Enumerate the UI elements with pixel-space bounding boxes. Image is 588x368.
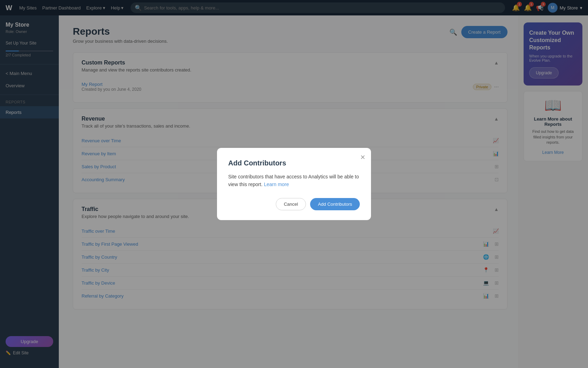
modal-actions: Cancel Add Contributors bbox=[228, 198, 360, 210]
modal-close-button[interactable]: ✕ bbox=[360, 154, 365, 161]
modal-body: Site contributors that have access to An… bbox=[228, 173, 360, 189]
modal-learn-more-link[interactable]: Learn more bbox=[264, 182, 289, 187]
modal-confirm-button[interactable]: Add Contributors bbox=[310, 198, 360, 210]
modal-body-text: Site contributors that have access to An… bbox=[228, 174, 359, 187]
modal-cancel-button[interactable]: Cancel bbox=[276, 198, 306, 210]
modal-overlay: ✕ Add Contributors Site contributors tha… bbox=[0, 0, 588, 368]
modal-title: Add Contributors bbox=[228, 159, 360, 167]
add-contributors-modal: ✕ Add Contributors Site contributors tha… bbox=[217, 148, 371, 220]
